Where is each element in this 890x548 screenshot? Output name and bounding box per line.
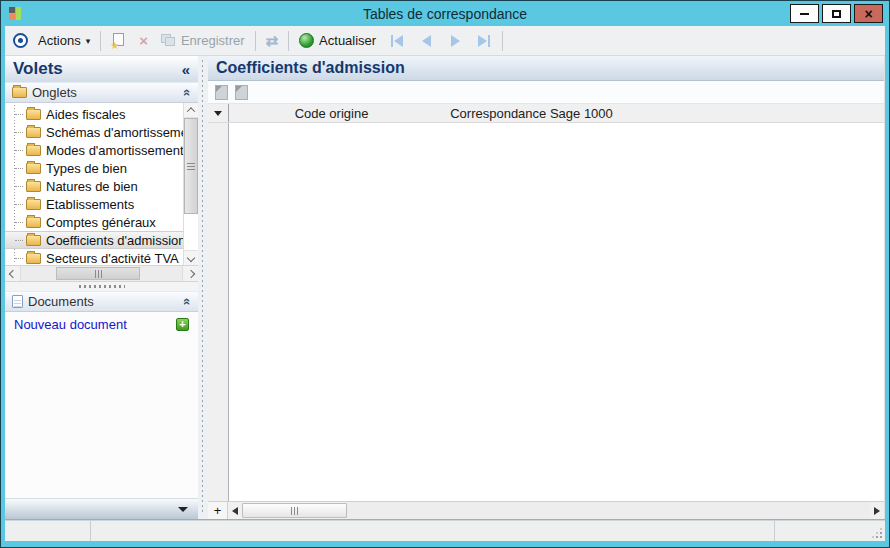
- maximize-button[interactable]: [822, 4, 851, 23]
- volets-header: Volets «: [5, 56, 198, 82]
- tree-item[interactable]: Aides fiscales: [5, 105, 183, 123]
- chevron-right-icon: [186, 269, 194, 277]
- sync-button[interactable]: ⇄: [263, 31, 282, 50]
- refresh-icon: ⇄: [266, 33, 279, 48]
- column-selector-arrow[interactable]: [214, 111, 222, 116]
- scroll-track[interactable]: [184, 214, 198, 250]
- add-icon[interactable]: +: [176, 318, 189, 331]
- folder-icon: [26, 199, 41, 210]
- main-panel: Coefficients d'admission Code origine Co…: [208, 56, 885, 519]
- app-window: Tables de correspondance × Actions ▾ ★ ×…: [0, 0, 890, 548]
- tree-vertical-scrollbar[interactable]: [183, 103, 198, 265]
- refresh-button[interactable]: Actualiser: [296, 31, 379, 50]
- collapse-panel-icon[interactable]: «: [182, 61, 190, 78]
- grid-body: [208, 123, 884, 501]
- onglets-section-header[interactable]: Onglets «: [5, 82, 198, 103]
- sidebar-volets: Volets « Onglets « Aides fiscales Schéma…: [5, 56, 198, 519]
- nav-first-button[interactable]: [386, 31, 408, 51]
- refresh-orb-icon: [299, 33, 314, 48]
- minimize-icon: [800, 13, 809, 15]
- nav-next-button[interactable]: [444, 31, 466, 51]
- scroll-thumb[interactable]: [56, 267, 140, 280]
- chevron-down-icon: ▾: [86, 36, 91, 46]
- scroll-down-button[interactable]: [184, 250, 198, 265]
- tree-item[interactable]: Natures de bien: [5, 177, 183, 195]
- target-icon: [13, 33, 28, 48]
- tree-item[interactable]: Schémas d'amortissement: [5, 123, 183, 141]
- panel-splitter[interactable]: [198, 56, 208, 519]
- grid-horizontal-scrollbar[interactable]: +: [208, 501, 884, 519]
- sidebar-splitter-handle[interactable]: [5, 282, 198, 291]
- tree-item-label: Comptes généraux: [46, 215, 156, 230]
- scroll-up-button[interactable]: [184, 103, 198, 118]
- scroll-thumb[interactable]: [184, 118, 198, 214]
- tree-item[interactable]: Coefficients d'admission: [5, 231, 183, 249]
- folder-icon: [26, 181, 41, 192]
- scroll-track[interactable]: [347, 502, 870, 519]
- refresh-label: Actualiser: [319, 33, 376, 48]
- delete-button[interactable]: ×: [136, 31, 151, 50]
- new-document-row: Nouveau document +: [5, 312, 198, 336]
- status-cell-1: [5, 521, 91, 541]
- tree-item-label: Natures de bien: [46, 179, 138, 194]
- collapse-section-icon[interactable]: «: [180, 89, 195, 96]
- tree-item[interactable]: Types de bien: [5, 159, 183, 177]
- tree-item[interactable]: Comptes généraux: [5, 213, 183, 231]
- grid-rows-empty[interactable]: [229, 123, 884, 501]
- save-button[interactable]: Enregistrer: [158, 31, 248, 50]
- tree-connector: [15, 186, 23, 187]
- volets-title: Volets: [13, 59, 63, 79]
- tree-item[interactable]: Etablissements: [5, 195, 183, 213]
- scroll-track[interactable]: [21, 266, 182, 281]
- scroll-left-button[interactable]: [228, 502, 242, 519]
- tree-item[interactable]: Secteurs d'activité TVA: [5, 249, 183, 265]
- title-bar: Tables de correspondance ×: [5, 1, 885, 26]
- actions-label: Actions: [38, 33, 81, 48]
- tree-item-label: Schémas d'amortissement: [46, 125, 183, 140]
- scroll-thumb[interactable]: [242, 503, 347, 518]
- scroll-right-button[interactable]: [182, 266, 198, 281]
- page-title: Coefficients d'admission: [216, 59, 405, 77]
- tree-item[interactable]: Modes d'amortissement: [5, 141, 183, 159]
- folder-icon: [26, 253, 41, 264]
- document-icon-1[interactable]: [215, 85, 228, 100]
- toolbar-separator: [288, 31, 289, 51]
- resize-grip-icon[interactable]: [871, 521, 885, 541]
- tree-item-label: Types de bien: [46, 161, 127, 176]
- tree-item-label: Etablissements: [46, 197, 134, 212]
- tree-connector: [15, 114, 23, 115]
- grid-selector-cell[interactable]: [208, 104, 229, 122]
- tree-connector: [15, 258, 23, 259]
- add-row-button[interactable]: +: [208, 502, 228, 519]
- collapse-section-icon[interactable]: «: [180, 298, 195, 305]
- nav-previous-button[interactable]: [415, 31, 437, 51]
- new-button[interactable]: ★: [108, 31, 129, 50]
- actions-button[interactable]: Actions ▾: [35, 31, 93, 50]
- tree-horizontal-scrollbar[interactable]: [5, 266, 198, 282]
- nav-last-icon: [478, 35, 487, 47]
- onglets-label: Onglets: [32, 85, 77, 100]
- folder-icon: [26, 163, 41, 174]
- nav-last-button[interactable]: [473, 31, 495, 51]
- tree-connector: [15, 150, 23, 151]
- tree-connector: [15, 240, 23, 241]
- column-header-empty: [629, 104, 884, 122]
- column-header-correspondance[interactable]: Correspondance Sage 1000: [434, 104, 629, 122]
- scroll-left-button[interactable]: [5, 266, 21, 281]
- grip-icon: [187, 163, 195, 170]
- documents-label: Documents: [28, 294, 94, 309]
- new-document-link[interactable]: Nouveau document: [14, 317, 127, 332]
- column-header-code-origine[interactable]: Code origine: [229, 104, 434, 122]
- tree-connector: [15, 168, 23, 169]
- close-button[interactable]: ×: [854, 4, 883, 23]
- scroll-right-button[interactable]: [870, 502, 884, 519]
- document-icon-2[interactable]: [235, 85, 248, 100]
- documents-section-header[interactable]: Documents «: [5, 291, 198, 312]
- tree-item-label: Secteurs d'activité TVA: [46, 251, 179, 266]
- column-header-label: Code origine: [295, 106, 369, 121]
- sidebar-bottom-bar[interactable]: [5, 498, 198, 519]
- main-panel-header: Coefficients d'admission: [208, 56, 884, 81]
- tree-item-label: Modes d'amortissement: [46, 143, 183, 158]
- column-header-label: Correspondance Sage 1000: [450, 106, 613, 121]
- minimize-button[interactable]: [790, 4, 819, 23]
